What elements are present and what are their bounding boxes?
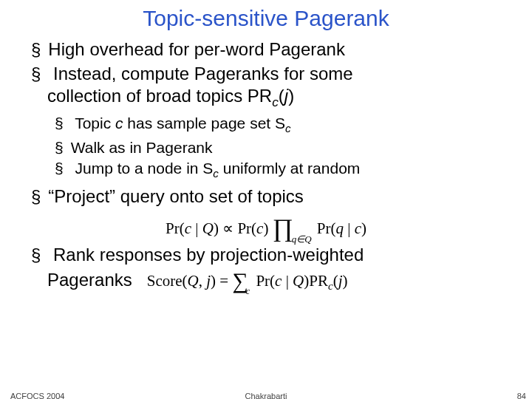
bullet-3: “Project” query onto set of topics — [31, 185, 514, 207]
bullet-2-line1: Instead, compute Pageranks for some — [53, 64, 353, 83]
bullet-3-text: “Project” query onto set of topics — [48, 186, 304, 206]
sub-bullet-3: Jump to a node in Sc uniformly at random — [55, 159, 514, 181]
footer-right: 84 — [517, 392, 526, 399]
bullet-2-line2: collection of broad topics PRc(j) — [31, 85, 514, 110]
sub-bullet-1: Topic c has sample page set Sc — [55, 114, 514, 136]
formula-2: Score(Q, j) = ∑c Pr(c | Q)PRc(j) — [147, 265, 348, 293]
bullet-4-line2: Pageranks Score(Q, j) = ∑c Pr(c | Q)PRc(… — [31, 265, 514, 293]
bullet-1: High overhead for per-word Pagerank — [31, 38, 514, 60]
footer-center: Chakrabarti — [0, 392, 532, 399]
bullet-list-2: Rank responses by projection-weighted Pa… — [18, 244, 514, 293]
sub-bullet-list: Topic c has sample page set Sc Walk as i… — [31, 114, 514, 180]
bullet-1-text: High overhead for per-word Pagerank — [48, 39, 345, 59]
bullet-list: High overhead for per-word Pagerank Inst… — [18, 38, 514, 207]
formula-1: Pr(c | Q) ∝ Pr(c) ∏q∈Q Pr(q | c) — [18, 211, 514, 239]
sub-bullet-2: Walk as in Pagerank — [55, 138, 514, 157]
slide: Topic-sensitive Pagerank High overhead f… — [0, 0, 532, 399]
slide-title: Topic-sensitive Pagerank — [18, 6, 514, 31]
bullet-4: Rank responses by projection-weighted Pa… — [31, 244, 514, 293]
bullet-2: Instead, compute Pageranks for some coll… — [31, 63, 514, 181]
